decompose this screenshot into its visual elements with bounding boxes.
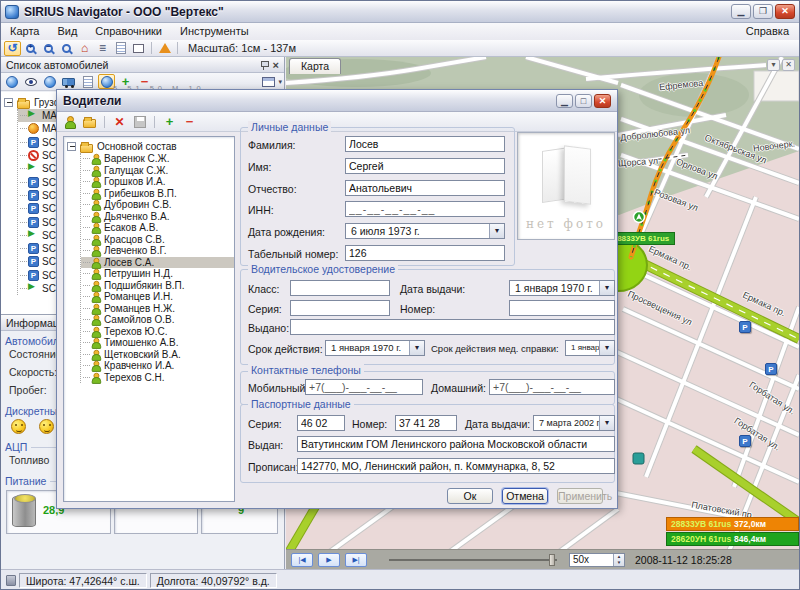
expand-all-button[interactable]: + (161, 114, 178, 129)
cancel-button[interactable]: Отмена (502, 488, 548, 504)
personnel-field[interactable] (345, 245, 505, 261)
delete-driver-button[interactable]: ✕ (111, 114, 128, 129)
menu-view[interactable]: Вид (48, 23, 86, 40)
slider-thumb[interactable] (549, 554, 555, 566)
drivers-tree-root[interactable]: Основной состав (67, 140, 234, 153)
menu-help[interactable]: Справка (736, 23, 799, 40)
driver-item[interactable]: Галущак С.Ж. (81, 165, 234, 177)
driver-item[interactable]: Грибешков В.П. (81, 188, 234, 200)
minimize-button[interactable]: ▁ (731, 4, 751, 19)
driver-item[interactable]: Горшков И.А. (81, 176, 234, 188)
list-button[interactable]: ≡ (94, 41, 111, 56)
map-menu-button[interactable]: ▾ (767, 59, 780, 71)
chevron-down-icon[interactable]: ▾ (278, 78, 282, 86)
collapse-icon[interactable] (67, 142, 76, 151)
dialog-maximize-button[interactable]: □ (575, 94, 592, 108)
passport-number-field[interactable] (395, 415, 457, 431)
driver-item[interactable]: Дубровин С.В. (81, 199, 234, 211)
driver-item[interactable]: Дьяченко В.А. (81, 211, 234, 223)
license-issue-combo[interactable]: 1 января 1970 г. ▾ (509, 280, 615, 296)
driver-item[interactable]: Самойлов О.В. (81, 314, 234, 326)
license-issuedby-field[interactable] (290, 319, 615, 335)
driver-item[interactable]: Тимошенко А.В. (81, 337, 234, 349)
vehicle-info-button[interactable] (60, 74, 77, 89)
spin-down-icon[interactable]: ▼ (614, 560, 624, 566)
zoom-out-button[interactable]: − (40, 41, 57, 56)
measure-button[interactable] (156, 41, 173, 56)
report-button[interactable] (79, 74, 96, 89)
parking-marker[interactable]: P (765, 363, 777, 375)
parking-marker[interactable]: P (739, 321, 751, 333)
inn-field[interactable] (345, 201, 505, 217)
add-group-button[interactable] (81, 114, 98, 129)
spinner-buttons[interactable]: ▲▼ (613, 554, 624, 566)
locate-button[interactable] (41, 74, 58, 89)
step-forward-button[interactable]: ▶| (345, 553, 367, 567)
dropdown-button[interactable]: ▾ (599, 341, 614, 355)
speed-spinner[interactable]: 50x ▲▼ (569, 553, 625, 567)
driver-item[interactable]: Терехов Ю.С. (81, 326, 234, 338)
add-driver-button[interactable] (61, 114, 78, 129)
dropdown-button[interactable]: ▾ (599, 416, 614, 430)
passport-issuedby-field[interactable] (297, 436, 615, 452)
driver-item[interactable]: Лосев С.А. (81, 257, 234, 269)
pin-icon[interactable] (260, 60, 269, 70)
restore-button[interactable]: ❐ (753, 4, 773, 19)
zoom-in-button[interactable]: + (22, 41, 39, 56)
surname-field[interactable] (345, 136, 505, 152)
map-close-button[interactable]: ✕ (782, 59, 795, 71)
driver-item[interactable]: Красцов С.В. (81, 234, 234, 246)
dropdown-button[interactable]: ▾ (409, 341, 424, 355)
tab-map[interactable]: Карта (289, 58, 341, 74)
license-series-field[interactable] (290, 300, 390, 316)
collapse-all-button[interactable]: − (181, 114, 198, 129)
birthdate-combo[interactable]: 6 июля 1973 г. ▾ (345, 223, 505, 239)
mobile-field[interactable] (305, 379, 423, 395)
passport-issue-combo[interactable]: 7 марта 2002 г. ▾ (533, 415, 615, 431)
license-number-field[interactable] (509, 300, 615, 316)
drivers-tree[interactable]: Основной состав Варенюк С.Ж. Галущак С.Ж… (63, 136, 235, 502)
menu-directories[interactable]: Справочники (86, 23, 171, 40)
driver-item[interactable]: Романцев Н.Ж. (81, 303, 234, 315)
columns-button[interactable] (260, 74, 277, 89)
collapse-icon[interactable] (4, 98, 13, 107)
driver-item[interactable]: Левченко В.Г. (81, 245, 234, 257)
dialog-minimize-button[interactable]: ▁ (556, 94, 573, 108)
driver-item[interactable]: Романцев И.Н. (81, 291, 234, 303)
ok-button[interactable]: Ок (447, 488, 493, 504)
driver-item[interactable]: Терехов С.Н. (81, 372, 234, 384)
driver-item[interactable]: Варенюк С.Ж. (81, 153, 234, 165)
driver-item[interactable]: Кравченко И.А. (81, 360, 234, 372)
home-phone-field[interactable] (489, 379, 615, 395)
zoom-select-button[interactable] (58, 41, 75, 56)
close-button[interactable]: ✕ (775, 4, 795, 19)
home-button[interactable]: ⌂ (76, 41, 93, 56)
watch-button[interactable] (22, 74, 39, 89)
license-valid-combo[interactable]: 1 января 1970 г. ▾ (325, 340, 425, 356)
patronymic-field[interactable] (345, 180, 505, 196)
driver-item[interactable]: Подшибякин В.П. (81, 280, 234, 292)
save-button[interactable] (131, 114, 148, 129)
apply-button[interactable]: Применить (557, 488, 603, 504)
track-summary-label[interactable]: 28833УВ 61rus372,0км (666, 517, 799, 531)
select-region-button[interactable] (130, 41, 147, 56)
driver-item[interactable]: Щетковский В.А. (81, 349, 234, 361)
registered-field[interactable] (297, 458, 615, 474)
playback-slider[interactable] (389, 559, 557, 561)
passport-series-field[interactable] (297, 415, 345, 431)
panel-close-icon[interactable]: × (273, 60, 279, 70)
dropdown-button[interactable]: ▾ (489, 224, 504, 238)
dropdown-button[interactable]: ▾ (599, 281, 614, 295)
step-back-button[interactable]: |◀ (291, 553, 313, 567)
med-valid-combo[interactable]: 1 января 1970 г. ▾ (565, 340, 615, 356)
firstname-field[interactable] (345, 158, 505, 174)
track-summary-label[interactable]: 28620УН 61rus846,4км (666, 532, 799, 546)
edit-button[interactable] (112, 41, 129, 56)
show-all-button[interactable] (3, 74, 20, 89)
play-button[interactable]: ▶ (318, 553, 340, 567)
license-class-field[interactable] (290, 280, 390, 296)
driver-item[interactable]: Петрушин Н.Д. (81, 268, 234, 280)
dialog-title-bar[interactable]: Водители ▁ □ ✕ (57, 90, 617, 112)
menu-map[interactable]: Карта (1, 23, 48, 40)
pan-button[interactable]: ↺ (4, 41, 21, 56)
